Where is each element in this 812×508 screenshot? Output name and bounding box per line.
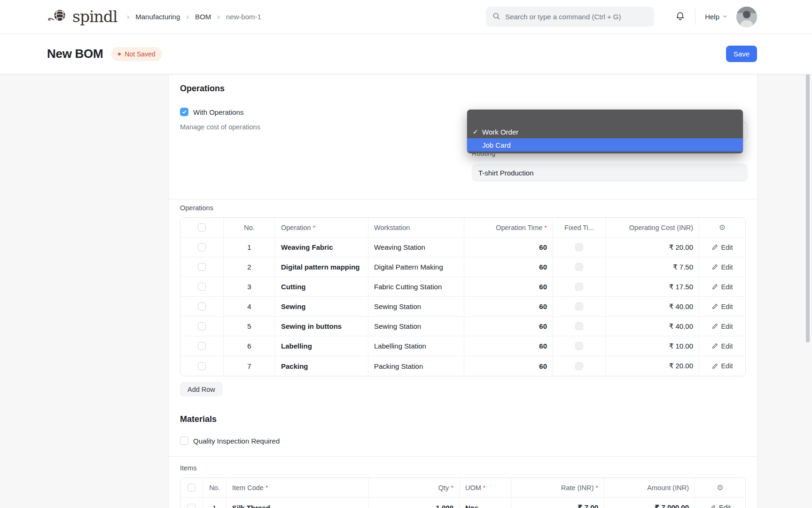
with-operations-checkbox[interactable]: With Operations [180, 108, 244, 116]
global-search-input[interactable]: Search or type a command (Ctrl + G) [486, 7, 654, 27]
operations-cell-no: 6 [224, 336, 275, 356]
operations-cell-no: 1 [224, 238, 275, 257]
vertical-scrollbar[interactable] [806, 74, 810, 342]
operations-table-label: Operations [180, 203, 746, 213]
operations-row-checkbox[interactable] [198, 322, 206, 330]
edit-row-button[interactable]: Edit [712, 283, 733, 291]
dropdown-option-label: Work Order [482, 128, 518, 136]
fixed-time-checkbox [575, 302, 583, 310]
status-badge-label: Not Saved [125, 50, 155, 58]
breadcrumb-manufacturing[interactable]: Manufacturing [135, 13, 180, 21]
operations-cell-operation_time: 60 [464, 336, 553, 356]
edit-label: Edit [721, 342, 733, 350]
operations-row-checkbox[interactable] [198, 263, 206, 271]
operations-cell-operation_time: 60 [464, 297, 553, 317]
fixed-time-checkbox [575, 263, 583, 271]
operations-cell-workstation: Weaving Station [368, 238, 464, 257]
status-dot-icon [118, 53, 121, 56]
routing-input[interactable] [472, 164, 748, 182]
operations-row-checkbox[interactable] [198, 302, 206, 310]
brand-logo[interactable]: spindl [47, 9, 117, 24]
brand-name: spindl [72, 9, 117, 24]
fixed-time-checkbox [575, 342, 583, 350]
items-table: No.Item Code*Qty*UOM*Rate (INR)*Amount (… [180, 477, 746, 508]
items-column-header: Amount (INR) [604, 478, 695, 498]
operations-row-checkbox[interactable] [198, 362, 206, 370]
operations-cell-operation: Labelling [275, 336, 368, 356]
yarn-ball-icon [47, 9, 69, 24]
gear-icon[interactable]: ⚙ [719, 224, 726, 231]
operations-select-all-checkbox[interactable] [198, 223, 206, 231]
operations-section-heading: Operations [180, 84, 225, 94]
operations-cell-operation: Digital pattern mapping [275, 257, 368, 277]
edit-label: Edit [719, 504, 731, 508]
operations-row-select [180, 336, 224, 356]
edit-row-button[interactable]: Edit [712, 303, 733, 310]
add-row-button[interactable]: Add Row [180, 382, 223, 397]
operations-row-checkbox[interactable] [198, 342, 206, 350]
edit-label: Edit [721, 323, 733, 330]
quality-inspection-checkbox[interactable]: Quality Inspection Required [180, 437, 746, 445]
items-column-header: Item Code* [226, 478, 369, 498]
operations-cell-workstation: Packing Station [368, 356, 464, 376]
items-row-checkbox[interactable] [187, 504, 195, 508]
operations-row-checkbox[interactable] [198, 283, 206, 291]
edit-label: Edit [721, 362, 733, 370]
operations-cell-operating_cost: ₹ 17.50 [606, 277, 699, 297]
breadcrumb-bom[interactable]: BOM [195, 13, 211, 21]
operations-cell-no: 2 [224, 257, 275, 277]
chevron-right-icon: › [127, 13, 130, 21]
top-navbar: spindl › Manufacturing › BOM › new-bom-1… [0, 0, 812, 34]
items-cell-qty: 1,000 [369, 498, 460, 508]
edit-row-button[interactable]: Edit [712, 362, 733, 370]
edit-row-button[interactable]: Edit [712, 342, 733, 350]
notifications-bell-button[interactable] [675, 11, 686, 23]
dropdown-option-job-card[interactable]: Job Card [467, 138, 743, 151]
operations-cell-fixed_time [553, 336, 606, 356]
edit-row-button[interactable]: Edit [710, 504, 731, 508]
help-menu-button[interactable]: Help [705, 13, 728, 21]
dropdown-option-label: Job Card [482, 141, 511, 149]
operations-header-select [180, 218, 224, 238]
operations-row-checkbox[interactable] [198, 243, 206, 251]
operations-cell-operation_time: 60 [464, 317, 553, 336]
operations-cell-no: 7 [224, 356, 275, 376]
user-avatar[interactable] [736, 7, 757, 27]
operations-row-select [180, 297, 224, 317]
operations-column-header: No. [224, 218, 275, 238]
operations-row-select [180, 257, 224, 277]
materials-section-heading: Materials [180, 414, 746, 424]
operations-cell-edit: Edit [699, 277, 745, 297]
operations-cell-operation_time: 60 [464, 238, 553, 257]
edit-row-button[interactable]: Edit [712, 263, 733, 271]
operations-cell-fixed_time [553, 257, 606, 277]
fixed-time-checkbox [575, 243, 583, 251]
navbar-right-group: Search or type a command (Ctrl + G) Help [486, 7, 757, 27]
operations-cell-operation_time: 60 [464, 257, 553, 277]
items-column-header: Rate (INR)* [511, 478, 604, 498]
operations-cell-fixed_time [553, 277, 606, 297]
edit-label: Edit [721, 283, 733, 291]
breadcrumb: › Manufacturing › BOM › new-bom-1 [127, 13, 261, 21]
edit-row-button[interactable]: Edit [712, 244, 733, 251]
gear-icon[interactable]: ⚙ [717, 484, 723, 492]
search-icon [492, 12, 500, 22]
status-badge: Not Saved [111, 47, 162, 61]
save-button[interactable]: Save [726, 46, 757, 62]
dropdown-option-work-order[interactable]: ✓Work Order [467, 125, 743, 138]
edit-row-button[interactable]: Edit [712, 323, 733, 330]
operations-cell-edit: Edit [699, 356, 745, 376]
operations-cell-operation: Cutting [275, 277, 368, 297]
edit-label: Edit [721, 303, 733, 310]
items-column-header: UOM* [460, 478, 511, 498]
operations-cell-no: 5 [224, 317, 275, 336]
breadcrumb-new-bom-1[interactable]: new-bom-1 [226, 13, 261, 21]
items-select-all-checkbox[interactable] [187, 484, 195, 492]
operations-cell-operating_cost: ₹ 7.50 [606, 257, 699, 277]
items-header-settings: ⚙ [695, 478, 745, 498]
page-header: New BOM Not Saved Save [0, 34, 812, 74]
operations-cell-operating_cost: ₹ 40.00 [606, 317, 699, 336]
items-header-select [180, 478, 203, 498]
operations-cell-workstation: Digital Pattern Making [368, 257, 464, 277]
checkmark-icon: ✓ [473, 128, 482, 135]
